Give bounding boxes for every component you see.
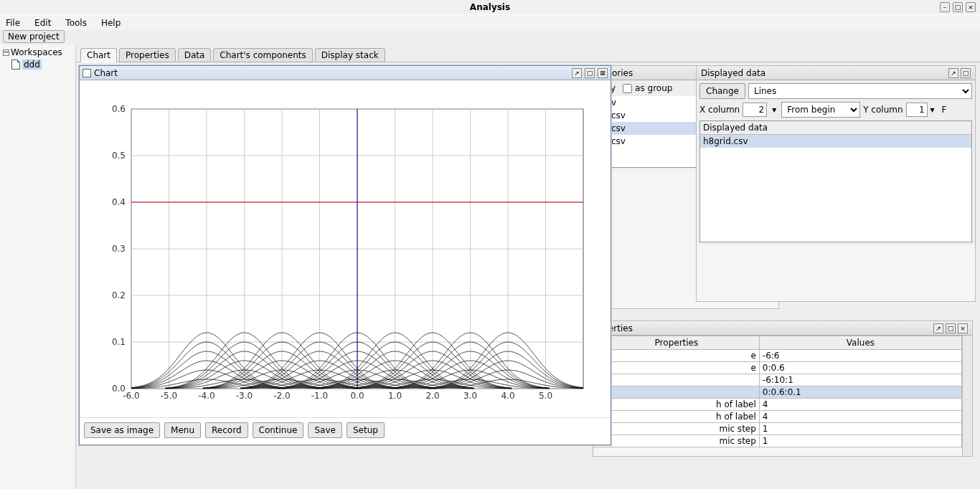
ycol-input[interactable] [906, 103, 928, 117]
svg-text:0.2: 0.2 [112, 290, 126, 300]
change-button[interactable]: Change [699, 83, 745, 99]
table-row[interactable]: mic step1 [594, 435, 962, 447]
table-row[interactable]: h of label4 [594, 411, 962, 423]
displayed-list-header: Displayed data [700, 121, 971, 135]
tree-root-workspaces[interactable]: − Workspaces [1, 46, 74, 59]
save-as-image-button[interactable]: Save as image [84, 422, 160, 438]
ycol-label: Y column [863, 105, 903, 115]
col-properties: Properties [594, 336, 760, 350]
scrollbar-vertical[interactable] [962, 336, 972, 456]
chart-plot: -6.0-5.0-4.0-3.0-2.0-1.00.01.02.03.04.05… [80, 80, 612, 417]
col-values: Values [759, 336, 961, 350]
maximize-icon[interactable]: □ [585, 68, 595, 78]
window-title: Analysis [470, 2, 510, 12]
svg-text:-4.0: -4.0 [198, 391, 215, 401]
detach-icon[interactable]: ↗ [572, 68, 582, 78]
continue-button[interactable]: Continue [253, 422, 304, 438]
svg-text:-5.0: -5.0 [161, 391, 177, 401]
sidebar: − Workspaces ddd [0, 44, 76, 489]
setup-button[interactable]: Setup [347, 422, 385, 438]
table-row[interactable]: 0:0.6:0.1 [594, 386, 962, 399]
minimize-icon[interactable]: – [940, 2, 950, 12]
svg-text:0.5: 0.5 [112, 151, 126, 161]
tab-display-stack[interactable]: Display stack [315, 48, 385, 62]
as-group-checkbox[interactable] [623, 84, 632, 93]
table-row[interactable]: mic step1 [594, 423, 962, 435]
tab-chart[interactable]: Chart [80, 48, 117, 62]
properties-panel: operties ↗ □ × Properties Values e-6:6e0… [593, 321, 973, 457]
table-row[interactable]: h of label4 [594, 399, 962, 411]
toolbar: New project [0, 30, 980, 44]
tabbar: Chart Properties Data Chart's components… [76, 44, 980, 62]
svg-text:0.0: 0.0 [350, 391, 364, 401]
window-icon [83, 69, 91, 77]
menu-tools[interactable]: Tools [62, 16, 90, 29]
chart-subwindow-title: Chart [94, 68, 118, 78]
table-row[interactable]: e-6:6 [594, 350, 962, 362]
table-row[interactable]: -6:10:1 [594, 374, 962, 386]
svg-text:0.0: 0.0 [112, 384, 126, 394]
maximize-icon[interactable]: □ [961, 68, 971, 78]
svg-text:0.1: 0.1 [112, 337, 126, 347]
displayed-data-title: Displayed data [701, 68, 765, 78]
document-icon [11, 60, 20, 70]
close-icon[interactable]: × [958, 323, 968, 333]
close-icon[interactable]: × [966, 2, 976, 12]
as-group-label: as group [635, 83, 672, 93]
svg-text:-3.0: -3.0 [236, 391, 253, 401]
svg-text:0.3: 0.3 [112, 244, 126, 254]
svg-text:0.6: 0.6 [112, 104, 126, 114]
svg-text:4.0: 4.0 [501, 391, 514, 401]
collapse-icon[interactable]: − [3, 49, 9, 56]
displayed-data-panel: Displayed data ↗ □ Change Lines X column [696, 65, 976, 302]
xcol-input[interactable] [743, 103, 767, 117]
chart-subwindow: Chart ↗ □ ⊠ -6.0-5.0-4.0-3.0-2.0-1.00.01… [79, 65, 611, 445]
svg-text:-2.0: -2.0 [273, 391, 290, 401]
tab-charts-components[interactable]: Chart's components [213, 48, 312, 62]
svg-text:2.0: 2.0 [425, 391, 439, 401]
detach-icon[interactable]: ↗ [933, 323, 943, 333]
xcol-label: X column [699, 105, 740, 115]
categories-title-fragment: ories [612, 68, 633, 78]
svg-text:1.0: 1.0 [388, 391, 402, 401]
svg-text:-1.0: -1.0 [311, 391, 328, 401]
detach-icon[interactable]: ↗ [948, 68, 958, 78]
table-row[interactable]: e0:0.6 [594, 362, 962, 374]
menubar: File Edit Tools Help [0, 14, 980, 30]
maximize-icon[interactable]: □ [946, 323, 956, 333]
svg-text:3.0: 3.0 [463, 391, 477, 401]
menu-help[interactable]: Help [98, 16, 123, 29]
tab-data[interactable]: Data [178, 48, 212, 62]
displayed-list-item[interactable]: h8grid.csv [700, 135, 971, 148]
menu-edit[interactable]: Edit [32, 16, 54, 29]
close-icon[interactable]: ⊠ [598, 68, 608, 78]
svg-text:5.0: 5.0 [539, 391, 552, 401]
properties-table[interactable]: Properties Values e-6:6e0:0.6-6:10:10:0.… [593, 336, 962, 447]
menu-button[interactable]: Menu [164, 422, 201, 438]
svg-text:0.4: 0.4 [112, 197, 126, 207]
save-button[interactable]: Save [308, 422, 341, 438]
record-button[interactable]: Record [205, 422, 248, 438]
display-type-select[interactable]: Lines [748, 83, 972, 99]
from-select[interactable]: From begin [781, 102, 860, 118]
window-titlebar: Analysis – □ × [0, 0, 980, 14]
new-project-button[interactable]: New project [3, 30, 65, 43]
menu-file[interactable]: File [3, 16, 23, 29]
maximize-icon[interactable]: □ [953, 2, 963, 12]
f-fragment: F [942, 105, 947, 115]
tree-item-ddd[interactable]: ddd [1, 59, 74, 70]
tab-properties[interactable]: Properties [119, 48, 176, 62]
